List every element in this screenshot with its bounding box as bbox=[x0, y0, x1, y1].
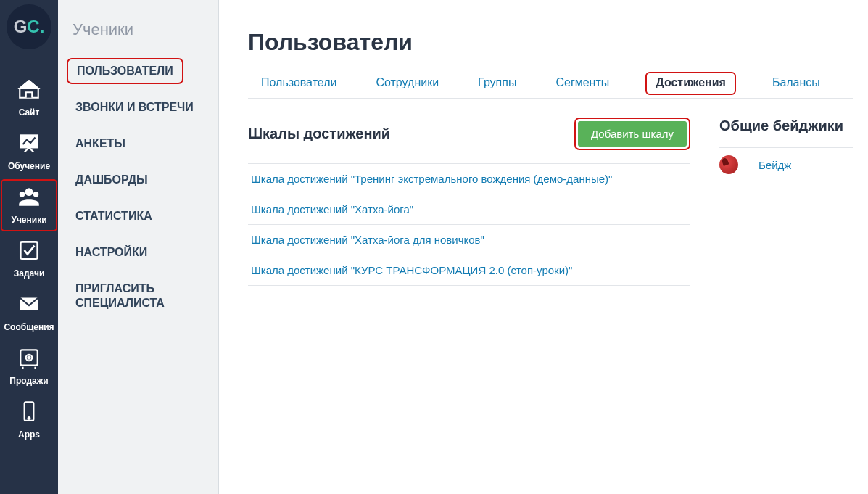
content: Пользователи Пользователи Сотрудники Гру… bbox=[219, 0, 868, 494]
sub-item-users[interactable]: ПОЛЬЗОВАТЕЛИ bbox=[67, 58, 183, 84]
svg-point-8 bbox=[28, 356, 30, 358]
tab-achievements[interactable]: Достижения bbox=[645, 72, 736, 95]
tab-users[interactable]: Пользователи bbox=[258, 72, 339, 98]
nav-messages[interactable]: Сообщения bbox=[0, 286, 58, 339]
nav-tasks-label: Задачи bbox=[14, 268, 45, 279]
svg-point-3 bbox=[33, 192, 38, 197]
nav-tasks[interactable]: Задачи bbox=[0, 232, 58, 286]
nav-learning[interactable]: Обучение bbox=[0, 125, 58, 178]
safe-icon bbox=[17, 345, 41, 373]
tab-staff[interactable]: Сотрудники bbox=[373, 72, 442, 98]
nav-messages-label: Сообщения bbox=[4, 322, 54, 332]
badge-icon bbox=[719, 155, 738, 174]
scale-item[interactable]: Шкала достижений "КУРС ТРАНСФОРМАЦИЯ 2.0… bbox=[248, 255, 690, 286]
svg-rect-4 bbox=[20, 242, 37, 258]
sub-nav: Ученики ПОЛЬЗОВАТЕЛИ ЗВОНКИ И ВСТРЕЧИ АН… bbox=[58, 0, 219, 494]
sub-item-invite[interactable]: ПРИГЛАСИТЬ СПЕЦИАЛИСТА bbox=[67, 276, 190, 316]
nav-sales[interactable]: Продажи bbox=[0, 339, 58, 393]
nav-students[interactable]: Ученики bbox=[0, 178, 58, 232]
users-icon bbox=[17, 184, 41, 212]
scales-heading: Шкалы достижений bbox=[248, 125, 390, 142]
tab-groups[interactable]: Группы bbox=[475, 72, 519, 98]
sub-item-stats[interactable]: СТАТИСТИКА bbox=[67, 203, 161, 229]
scale-item[interactable]: Шкала достижений "Тренинг экстремального… bbox=[248, 164, 690, 194]
logo[interactable]: GC. bbox=[7, 4, 51, 49]
scale-list: Шкала достижений "Тренинг экстремального… bbox=[248, 163, 690, 286]
add-scale-highlight: Добавить шкалу bbox=[574, 118, 690, 150]
nav-sales-label: Продажи bbox=[9, 376, 48, 386]
tabs: Пользователи Сотрудники Группы Сегменты … bbox=[248, 72, 853, 99]
tab-segments[interactable]: Сегменты bbox=[553, 72, 612, 98]
add-scale-button[interactable]: Добавить шкалу bbox=[578, 121, 687, 147]
sub-item-dashboards[interactable]: ДАШБОРДЫ bbox=[67, 167, 157, 193]
nav-apps-label: Apps bbox=[18, 429, 40, 440]
sub-item-settings[interactable]: НАСТРОЙКИ bbox=[67, 239, 156, 265]
badge-row: Бейдж bbox=[719, 147, 853, 181]
badges-heading: Общие бейджики bbox=[719, 118, 853, 134]
nav-site[interactable]: Сайт bbox=[0, 71, 58, 125]
sub-nav-title: Ученики bbox=[73, 20, 218, 39]
chart-icon bbox=[17, 131, 41, 158]
page-title: Пользователи bbox=[248, 29, 853, 56]
mail-icon bbox=[17, 292, 41, 319]
svg-point-10 bbox=[28, 417, 30, 419]
nav-students-label: Ученики bbox=[11, 215, 46, 225]
badge-link[interactable]: Бейдж bbox=[759, 159, 791, 171]
phone-icon bbox=[17, 399, 41, 427]
nav-site-label: Сайт bbox=[19, 107, 40, 118]
scale-item[interactable]: Шкала достижений "Хатха-йога" bbox=[248, 194, 690, 225]
nav-apps[interactable]: Apps bbox=[0, 393, 58, 447]
scales-section: Шкалы достижений Добавить шкалу Шкала до… bbox=[248, 118, 690, 286]
logo-g: G bbox=[14, 17, 28, 37]
scale-item[interactable]: Шкала достижений "Хатха-йога для новичко… bbox=[248, 225, 690, 255]
home-icon bbox=[17, 77, 41, 104]
main-nav: GC. Сайт Обучение Ученики Задачи Сообщен… bbox=[0, 0, 58, 494]
nav-learning-label: Обучение bbox=[8, 161, 50, 171]
svg-point-2 bbox=[20, 192, 25, 197]
badges-section: Общие бейджики Бейдж bbox=[719, 118, 853, 286]
tab-balances[interactable]: Балансы bbox=[769, 72, 823, 98]
sub-item-forms[interactable]: АНКЕТЫ bbox=[67, 131, 134, 157]
check-icon bbox=[17, 238, 41, 265]
content-body: Шкалы достижений Добавить шкалу Шкала до… bbox=[248, 118, 853, 286]
scales-header: Шкалы достижений Добавить шкалу bbox=[248, 118, 690, 150]
sub-item-calls[interactable]: ЗВОНКИ И ВСТРЕЧИ bbox=[67, 94, 202, 120]
logo-c: C. bbox=[27, 17, 44, 37]
svg-point-1 bbox=[25, 188, 33, 196]
